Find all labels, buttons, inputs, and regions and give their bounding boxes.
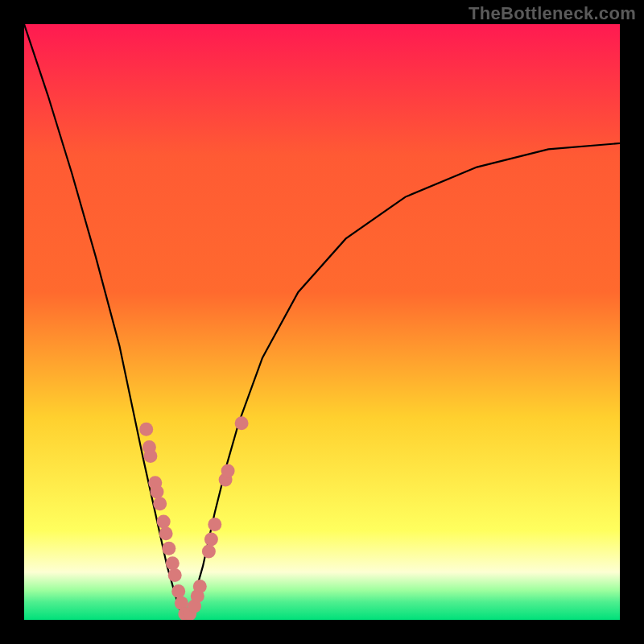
scatter-dot: [171, 584, 185, 598]
scatter-dot: [153, 497, 167, 510]
watermark-text: TheBottleneck.com: [469, 3, 636, 24]
scatter-dot: [168, 568, 182, 582]
scatter-dot: [208, 518, 221, 531]
chart-frame: TheBottleneck.com: [0, 0, 644, 644]
scatter-dot: [139, 423, 153, 436]
scatter-dot: [221, 464, 235, 478]
scatter-dot: [166, 556, 180, 570]
scatter-dot: [204, 533, 218, 547]
bottleneck-chart: [24, 24, 620, 620]
scatter-dot: [193, 580, 207, 593]
scatter-dot: [235, 416, 249, 430]
plot-area: [24, 24, 620, 620]
scatter-dot: [143, 449, 157, 463]
scatter-dot: [151, 485, 164, 498]
scatter-dot: [157, 514, 171, 528]
scatter-dot: [162, 542, 175, 555]
scatter-dot: [159, 526, 173, 540]
scatter-dot: [202, 544, 216, 558]
